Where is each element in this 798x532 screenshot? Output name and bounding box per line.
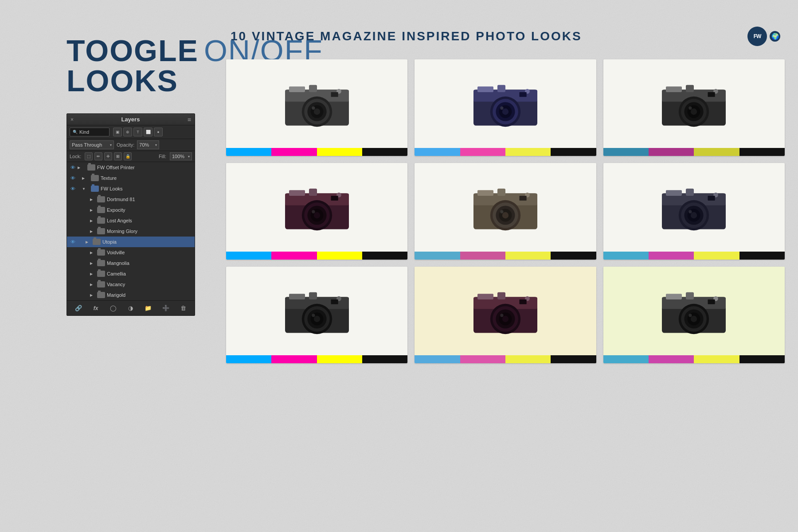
- lock-transparency-icon[interactable]: ⬚: [85, 152, 93, 160]
- svg-rect-87: [497, 292, 505, 299]
- svg-rect-86: [477, 294, 493, 299]
- layer-row-utopia[interactable]: 👁 ▶ Utopia: [67, 237, 195, 247]
- layer-row-fw-offset[interactable]: 👁 ▶ FW Offset Printer: [67, 162, 195, 173]
- filter-icons: ▣ ⊕ T ⬜ ●: [113, 128, 163, 136]
- svg-rect-35: [708, 92, 715, 97]
- color-black: [362, 148, 407, 156]
- layer-row-expocity[interactable]: ▶ Expocity: [67, 205, 195, 215]
- layer-row-fw-looks[interactable]: 👁 ▼ FW Looks: [67, 183, 195, 194]
- svg-point-45: [312, 210, 315, 213]
- color-yellow: [317, 252, 362, 260]
- svg-point-105: [689, 314, 692, 317]
- expand-arrow[interactable]: ▶: [82, 176, 87, 180]
- layer-row-lost-angels[interactable]: ▶ Lost Angels: [67, 215, 195, 226]
- visibility-blank: [69, 206, 77, 214]
- add-mask-button[interactable]: ◯: [109, 303, 118, 313]
- lock-artboard-icon[interactable]: ⊞: [114, 152, 122, 160]
- adjustment-button[interactable]: ◑: [126, 303, 136, 313]
- color-black: [739, 148, 785, 156]
- expand-arrow[interactable]: ▶: [90, 283, 95, 287]
- visibility-blank: [69, 249, 77, 256]
- visibility-blank: [69, 259, 77, 267]
- color-yellow: [694, 252, 739, 260]
- lock-paint-icon[interactable]: ✏: [94, 152, 102, 160]
- filter-adjust-icon[interactable]: ⊕: [123, 128, 132, 136]
- svg-rect-62: [666, 190, 682, 196]
- svg-point-20: [502, 109, 509, 115]
- color-strip-5: [415, 252, 596, 260]
- eye-icon: 👁: [70, 239, 75, 245]
- svg-rect-11: [331, 92, 338, 97]
- expand-arrow[interactable]: ▶: [90, 208, 95, 212]
- layer-kind-select[interactable]: 🔍 Kind: [70, 128, 110, 136]
- camera-svg-3: [654, 73, 734, 135]
- expand-arrow[interactable]: ▶: [90, 219, 95, 223]
- expand-arrow[interactable]: ▶: [90, 251, 95, 255]
- photo-card-5: [415, 163, 596, 260]
- filter-type-icon[interactable]: T: [133, 128, 142, 136]
- expand-arrow[interactable]: ▶: [90, 229, 95, 233]
- photo-card-6: [603, 163, 785, 260]
- svg-rect-51: [497, 189, 505, 196]
- delete-layer-button[interactable]: 🗑: [178, 303, 188, 313]
- fw-globe-icon: 🌍: [770, 31, 780, 42]
- svg-rect-50: [477, 190, 493, 196]
- svg-rect-74: [289, 294, 305, 299]
- svg-rect-38: [289, 190, 305, 196]
- panel-close-button[interactable]: ×: [70, 116, 74, 123]
- opacity-input[interactable]: 70% ▾: [137, 140, 159, 149]
- expand-arrow[interactable]: ▶: [90, 261, 95, 265]
- expand-arrow[interactable]: ▶: [78, 166, 83, 170]
- expand-arrow[interactable]: ▼: [82, 187, 87, 191]
- panel-menu-button[interactable]: ≡: [188, 116, 191, 123]
- svg-rect-75: [309, 292, 317, 299]
- blend-mode-select[interactable]: Pass Through ▾: [70, 140, 114, 149]
- folder-button[interactable]: 📁: [143, 303, 153, 313]
- layer-row-camellia[interactable]: ▶ Camellia: [67, 268, 195, 279]
- link-layers-button[interactable]: 🔗: [74, 303, 83, 313]
- filter-pixel-icon[interactable]: ▣: [113, 128, 122, 136]
- filter-smart-icon[interactable]: ●: [154, 128, 163, 136]
- camera-svg-7: [277, 280, 357, 342]
- fill-input[interactable]: 100% ▾: [170, 152, 192, 160]
- color-yellow: [317, 355, 362, 363]
- layer-row-marigold[interactable]: ▶ Marigold: [67, 290, 195, 300]
- layer-row-vacancy[interactable]: ▶ Vacancy: [67, 279, 195, 290]
- fw-logo-circle: FW: [747, 27, 767, 46]
- visibility-eye-fw-offset[interactable]: 👁: [69, 163, 77, 171]
- svg-rect-15: [497, 85, 505, 92]
- fw-brand: FW 🌍: [747, 27, 780, 46]
- layer-name-fw-offset: FW Offset Printer: [97, 165, 193, 170]
- layer-row-mangnolia[interactable]: ▶ Mangnolia: [67, 258, 195, 268]
- layer-row-voidville[interactable]: ▶ Voidville: [67, 247, 195, 258]
- color-strip-8: [415, 355, 596, 363]
- lock-position-icon[interactable]: ✛: [104, 152, 112, 160]
- svg-point-104: [691, 316, 697, 322]
- layer-row-morning-glory[interactable]: ▶ Morning Glory: [67, 226, 195, 237]
- expand-arrow[interactable]: ▶: [86, 240, 91, 244]
- svg-rect-23: [519, 92, 526, 97]
- layer-row-texture[interactable]: 👁 ▶ Texture: [67, 173, 195, 183]
- color-black: [739, 252, 785, 260]
- visibility-eye-texture[interactable]: 👁: [69, 174, 77, 182]
- new-layer-button[interactable]: ➕: [161, 303, 171, 313]
- visibility-eye-fw-looks[interactable]: 👁: [69, 185, 77, 193]
- fx-button[interactable]: fx: [91, 303, 101, 313]
- lock-all-icon[interactable]: 🔒: [124, 152, 132, 160]
- photo-card-2: [415, 59, 596, 156]
- svg-point-44: [313, 212, 320, 218]
- layer-row-dortmund[interactable]: ▶ Dortmund 81: [67, 194, 195, 205]
- expand-arrow[interactable]: ▶: [90, 272, 95, 276]
- filter-shape-icon[interactable]: ⬜: [144, 128, 153, 136]
- visibility-eye-utopia[interactable]: 👁: [69, 238, 77, 246]
- svg-point-9: [312, 106, 315, 109]
- expand-arrow[interactable]: ▶: [90, 198, 95, 202]
- layer-name-camellia: Camellia: [107, 271, 193, 276]
- folder-icon: [97, 217, 105, 224]
- expand-arrow[interactable]: ▶: [90, 293, 95, 297]
- layer-name-mangnolia: Mangnolia: [107, 260, 193, 266]
- photo-card-4: [226, 163, 407, 260]
- photo-area-4: [226, 163, 407, 252]
- blend-mode-value: Pass Through: [72, 142, 102, 148]
- folder-icon: [97, 292, 105, 298]
